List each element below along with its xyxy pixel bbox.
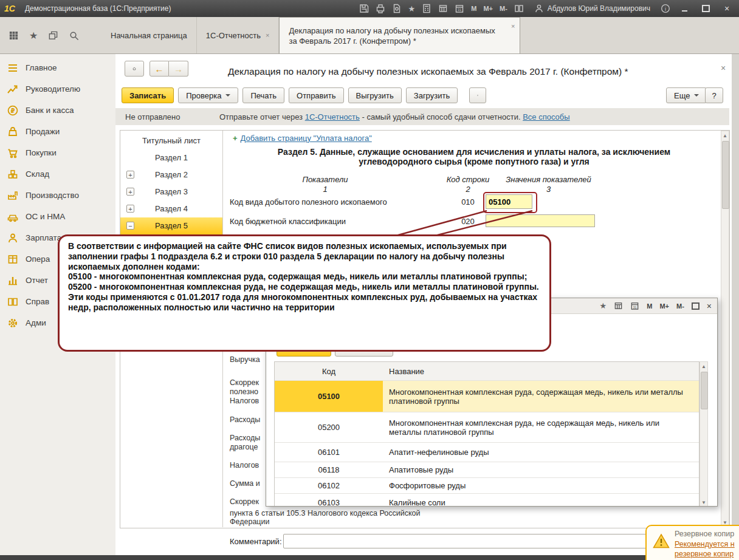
history-icon[interactable] [48,30,58,41]
sidebar-item-main[interactable]: Главное [0,57,115,78]
tab-1c-reporting[interactable]: 1С-Отчетность × [197,17,280,53]
sidebar-item-production[interactable]: Производство [0,185,115,206]
memory-m-icon[interactable]: M [647,302,652,310]
tab-close-icon[interactable]: × [266,32,269,39]
attachment-button[interactable] [469,87,486,103]
collapse-minus-icon[interactable]: − [126,222,134,230]
table-icon[interactable] [438,4,448,13]
favorites-icon[interactable]: ★ [29,32,38,39]
calendar-icon[interactable]: 31 [455,4,464,13]
popup-scrollbar[interactable]: ▲ ▼ [699,361,708,507]
scrollbar-thumb[interactable] [701,372,708,409]
table-row[interactable]: 06118 Апатитовые руды [275,462,699,477]
section-item-4[interactable]: +Раздел 4 [120,200,222,217]
back-button[interactable]: ← [150,61,169,77]
maximize-button[interactable] [698,2,713,15]
memory-plus-icon[interactable]: M+ [483,5,493,12]
cell-code[interactable]: 06118 [275,462,383,477]
column-header-code[interactable]: Код [275,362,383,380]
minimize-button[interactable] [677,2,692,15]
1c-reporting-link[interactable]: 1С-Отчетность [305,112,360,121]
table-row-selected[interactable]: 05100 Многокомпонентная комплексная руда… [275,380,699,412]
maximize-icon [702,5,710,12]
cell-code[interactable]: 06101 [275,443,383,462]
cell-name[interactable]: Апатит-нефелиновые руды [383,443,699,462]
import-button[interactable]: Загрузить [406,87,458,103]
favorites-star-icon[interactable]: ★ [600,302,607,310]
scroll-down-icon[interactable]: ▼ [700,498,707,507]
close-button[interactable]: × [720,2,734,15]
backup-notification[interactable]: Резервное копир Рекомендуется н резервно… [645,525,739,560]
add-page-link[interactable]: +Добавить страницу "Уплата налога" [233,134,372,143]
section-item-2[interactable]: +Раздел 2 [120,166,222,183]
current-user[interactable]: Абдулов Юрий Владимирович [534,4,650,13]
sections-menu-icon[interactable] [9,30,19,41]
forward-button[interactable]: → [169,61,188,77]
memory-minus-icon[interactable]: M- [500,5,507,12]
sidebar-item-fixed-assets[interactable]: ОС и НМА [0,206,115,227]
backup-link[interactable]: Рекомендуется н [675,540,735,548]
expand-plus-icon[interactable]: + [126,205,134,213]
table-row[interactable]: 06101 Апатит-нефелиновые руды [275,442,699,462]
sidebar-item-purchases[interactable]: Покупки [0,142,115,163]
section-item-3[interactable]: +Раздел 3 [120,183,222,200]
form-scrollbar[interactable]: ▲ ▼ [721,131,729,527]
memory-minus-icon[interactable]: M- [676,302,684,310]
form-close-icon[interactable]: × [721,63,726,73]
scroll-up-icon[interactable]: ▲ [700,362,707,370]
search-icon[interactable] [69,30,79,41]
section-item-5-selected[interactable]: −Раздел 5 [120,217,222,234]
column-header-name[interactable]: Название [383,362,699,380]
cell-name[interactable]: Апатитовые руды [383,462,699,477]
sidebar-item-manager[interactable]: Руководителю [0,78,115,100]
help-button[interactable]: ? [705,87,723,103]
section-item-title-page[interactable]: Титульный лист [120,132,222,149]
table-row[interactable]: 05200 Многокомпонентная комплексная руда… [275,412,699,442]
print-icon[interactable] [376,4,385,13]
save-button[interactable]: Записать [122,87,174,103]
more-button[interactable]: Еще [666,87,707,103]
cell-code[interactable]: 05200 [275,412,383,442]
expand-plus-icon[interactable]: + [126,188,134,196]
sidebar-item-bank-cash[interactable]: ₽ Банк и касса [0,100,115,121]
table-row[interactable]: 06102 Фосфоритовые руды [275,477,699,493]
table-row[interactable]: 06103 Калийные соли [275,493,699,507]
popup-close-button[interactable]: × [707,301,712,311]
popup-maximize-button[interactable] [692,302,699,310]
cell-name[interactable]: Многокомпонентная комплексная руда, не с… [383,412,699,442]
sidebar-item-sales[interactable]: Продажи [0,121,115,142]
favorites-star-icon[interactable]: ★ [408,5,416,13]
cell-name[interactable]: Многокомпонентная комплексная руда, соде… [383,381,699,412]
calendar-icon[interactable]: 31 [630,301,639,310]
scrollbar-thumb[interactable] [722,141,729,209]
cell-name[interactable]: Фосфоритовые руды [383,478,699,493]
save-icon[interactable] [359,4,369,13]
tab-home[interactable]: Начальная страница [101,17,197,53]
all-methods-link[interactable]: Все способы [523,112,569,121]
section-item-1[interactable]: Раздел 1 [120,149,222,166]
print-button[interactable]: Печать [242,87,284,103]
check-button[interactable]: Проверка [178,87,238,103]
info-icon[interactable]: i [661,4,670,13]
memory-plus-icon[interactable]: M+ [659,302,669,310]
cell-code[interactable]: 06102 [275,478,383,493]
send-button[interactable]: Отправить [289,87,343,103]
backup-link[interactable]: резервное копир [675,550,734,558]
calculator-icon[interactable] [422,4,431,13]
tab-declaration[interactable]: Декларация по налогу на добычу полезных … [279,17,520,53]
home-button[interactable] [125,61,144,77]
preview-icon[interactable] [392,4,402,13]
export-button[interactable]: Выгрузить [348,87,402,103]
scroll-up-icon[interactable]: ▲ [721,131,729,140]
cell-code[interactable]: 05100 [275,381,383,412]
memory-m-icon[interactable]: M [471,5,476,12]
panels-icon[interactable] [514,4,524,13]
expand-plus-icon[interactable]: + [126,171,134,179]
gear-icon [7,317,19,329]
table-icon[interactable] [614,301,623,310]
cell-code[interactable]: 06103 [275,494,383,507]
form-fragment: Расходы [230,434,260,442]
cell-name[interactable]: Калийные соли [383,494,699,507]
tab-close-icon[interactable]: × [511,22,515,30]
sidebar-item-warehouse[interactable]: Склад [0,163,115,185]
